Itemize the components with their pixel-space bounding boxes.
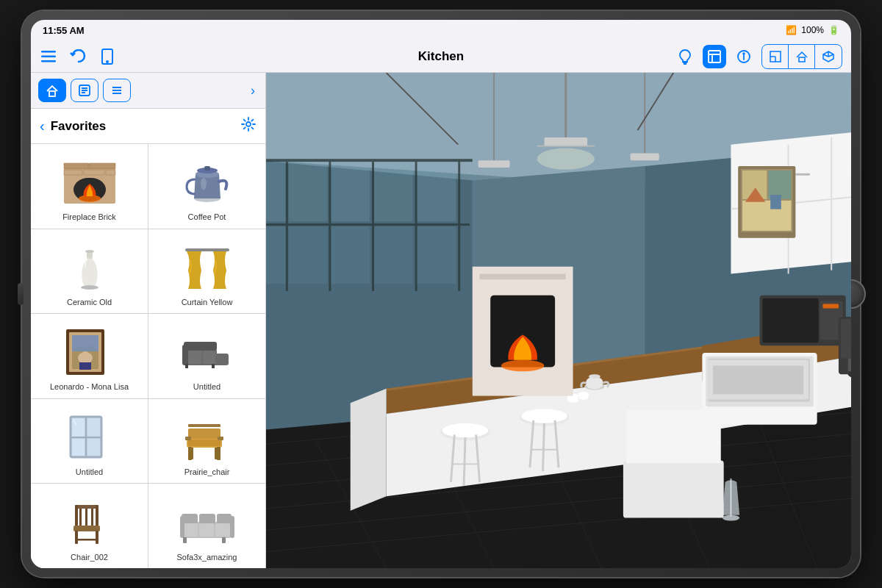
items-grid: Fireplace Brick: [31, 144, 265, 568]
item-prairie-chair[interactable]: Prairie_chair: [148, 399, 265, 484]
kitchen-3d-view: [266, 73, 851, 568]
svg-rect-82: [79, 507, 82, 528]
svg-rect-127: [266, 223, 470, 226]
item-untitled-window[interactable]: Untitled: [31, 399, 148, 484]
coffee-pot-label: Coffee Pot: [188, 212, 226, 222]
svg-rect-78: [217, 447, 220, 460]
svg-rect-139: [544, 137, 587, 146]
svg-rect-75: [188, 429, 220, 439]
svg-rect-136: [374, 226, 413, 284]
info-button[interactable]: [732, 45, 756, 68]
back-button[interactable]: ‹: [40, 118, 45, 135]
left-panel: › ‹ Favorites: [31, 73, 266, 568]
svg-rect-98: [215, 523, 230, 537]
svg-rect-2: [41, 60, 56, 62]
svg-rect-59: [188, 351, 201, 364]
untitled-sofa-icon: [178, 326, 237, 377]
svg-rect-0: [41, 51, 56, 53]
svg-rect-95: [217, 514, 232, 524]
library-button[interactable]: [703, 45, 726, 68]
svg-rect-135: [331, 226, 370, 284]
svg-rect-16: [799, 57, 805, 62]
svg-rect-100: [230, 516, 234, 538]
tab-list[interactable]: [103, 79, 131, 102]
cube-button[interactable]: [815, 45, 842, 68]
svg-rect-145: [631, 153, 659, 160]
svg-point-4: [107, 61, 108, 62]
house-button[interactable]: [789, 45, 815, 68]
svg-rect-178: [795, 173, 810, 176]
svg-rect-94: [199, 514, 215, 524]
svg-rect-7: [709, 51, 720, 62]
svg-rect-123: [329, 162, 331, 291]
status-bar: 11:55 AM 📶 100% 🔋: [31, 20, 851, 40]
tab-edit[interactable]: [71, 79, 98, 102]
item-curtain-yellow[interactable]: Curtain Yellow: [148, 229, 265, 314]
svg-rect-184: [822, 304, 838, 309]
untitled-window-label: Untitled: [76, 467, 103, 477]
svg-rect-68: [87, 418, 100, 437]
svg-rect-208: [626, 410, 721, 463]
item-untitled-sofa[interactable]: Untitled: [148, 314, 265, 398]
item-fireplace-brick[interactable]: Fireplace Brick: [31, 144, 148, 229]
mona-lisa-label: Leonardo - Mona Lisa: [50, 381, 129, 392]
svg-rect-124: [372, 162, 374, 291]
svg-line-19: [823, 54, 828, 57]
prairie-chair-icon: [178, 411, 237, 462]
item-mona-lisa[interactable]: Leonardo - Mona Lisa: [31, 314, 148, 398]
main-toolbar: Kitchen: [31, 40, 851, 73]
ipad-screen: 11:55 AM 📶 100% 🔋: [31, 20, 851, 568]
toolbar-left: [40, 48, 187, 65]
ceramic-old-icon: [60, 241, 119, 293]
svg-line-162: [543, 423, 545, 471]
item-sofa3x[interactable]: Sofa3x_amazing: [148, 484, 265, 568]
svg-rect-88: [74, 526, 100, 531]
svg-rect-47: [185, 248, 229, 251]
fireplace-brick-icon: [60, 156, 119, 207]
item-ceramic-old[interactable]: Ceramic Old: [31, 229, 148, 314]
svg-rect-198: [742, 201, 791, 231]
svg-rect-97: [199, 523, 214, 537]
svg-rect-197: [768, 171, 791, 199]
svg-rect-131: [374, 162, 413, 221]
device-icon[interactable]: [98, 48, 116, 65]
settings-icon[interactable]: [240, 116, 257, 136]
camera-button: [18, 283, 24, 305]
svg-rect-21: [49, 91, 55, 96]
svg-rect-130: [331, 162, 370, 221]
item-coffee-pot[interactable]: Coffee Pot: [148, 144, 265, 229]
sofa3x-label: Sofa3x_amazing: [177, 552, 237, 562]
curtain-yellow-label: Curtain Yellow: [182, 297, 233, 307]
undo-icon[interactable]: [69, 48, 87, 65]
untitled-sofa-label: Untitled: [193, 381, 220, 392]
view-mode-group: [761, 44, 842, 69]
svg-rect-89: [75, 531, 78, 544]
svg-rect-126: [458, 162, 460, 291]
svg-rect-122: [286, 162, 288, 291]
svg-rect-137: [417, 226, 456, 284]
svg-rect-84: [91, 507, 93, 528]
svg-point-172: [501, 360, 545, 372]
panel-header: ‹ Favorites: [31, 109, 265, 144]
floorplan-button[interactable]: [762, 45, 789, 68]
svg-point-29: [246, 122, 251, 126]
svg-rect-60: [203, 351, 215, 364]
svg-rect-80: [185, 437, 191, 440]
tab-home[interactable]: [38, 79, 66, 102]
svg-rect-170: [480, 274, 566, 280]
svg-rect-69: [72, 439, 85, 456]
fireplace-brick-label: Fireplace Brick: [62, 212, 116, 222]
svg-rect-101: [183, 537, 187, 543]
svg-rect-129: [289, 162, 328, 221]
svg-rect-189: [713, 366, 803, 395]
svg-rect-121: [266, 159, 473, 162]
svg-rect-133: [266, 226, 286, 284]
status-icons: 📶 100% 🔋: [786, 25, 839, 35]
item-chair-002[interactable]: Chair_002: [31, 484, 148, 568]
svg-rect-91: [76, 539, 97, 541]
toolbar-right: [673, 44, 842, 69]
more-button[interactable]: ›: [248, 80, 258, 101]
menu-icon[interactable]: [40, 48, 57, 65]
svg-rect-1: [41, 55, 56, 57]
lightbulb-button[interactable]: [673, 45, 697, 68]
